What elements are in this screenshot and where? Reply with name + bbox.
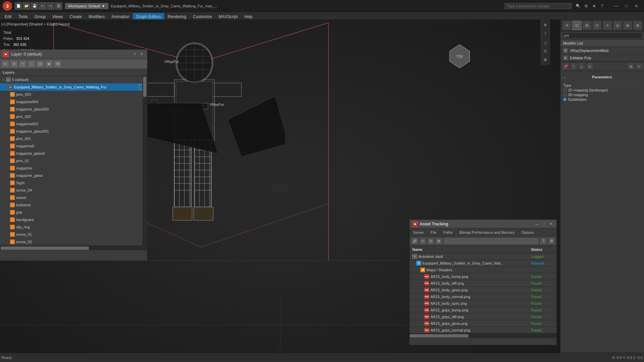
layer-item-screw01[interactable]: ⊡ screw_01 <box>0 231 147 238</box>
layer-item-magazine-glass[interactable]: ⊡ magazine_glass <box>0 172 147 179</box>
search-input[interactable] <box>505 3 572 9</box>
layer-item-magazine-glass001[interactable]: ⊡ magazine_glass001 <box>0 128 147 135</box>
layer-item-screw04[interactable]: ⊡ screw_04 <box>0 187 147 194</box>
layers-tool-highlight[interactable]: ◈ <box>45 60 53 68</box>
layer-item-grip[interactable]: ⊡ grip <box>0 209 147 216</box>
mod-toolbar-more[interactable]: ≡ <box>635 63 643 70</box>
asset-tool-4[interactable]: ⊞ <box>435 237 443 245</box>
navigation-cube[interactable]: TOP <box>446 43 473 70</box>
radio-3d[interactable] <box>563 93 567 96</box>
layer-item-slip-ring[interactable]: ⊡ slip_ring <box>0 223 147 231</box>
modifier-search-input[interactable] <box>563 33 642 38</box>
layers-tool-add[interactable]: + <box>19 60 27 68</box>
mod-icon-5[interactable]: ≡ <box>603 21 612 30</box>
asset-row-vault[interactable]: V Autodesk Vault Logged <box>410 253 557 260</box>
asset-tool-settings[interactable]: ⚙ <box>548 237 555 245</box>
vp-tool-4[interactable]: ⊡ <box>541 47 549 55</box>
modifier-list-header[interactable]: Modifier List <box>561 40 644 47</box>
mod-icon-3[interactable]: ⊞ <box>582 21 592 30</box>
layer-item-magazine-glass002[interactable]: ⊡ magazine_glass002 <box>0 105 147 113</box>
layers-close-button[interactable]: ✕ <box>138 51 144 57</box>
params-collapse-icon[interactable]: − <box>563 75 566 80</box>
asset-tool-1[interactable]: 🔗 <box>411 237 418 245</box>
modifier-item-editable-poly[interactable]: E Editable Poly <box>561 54 644 62</box>
mod-toolbar-move[interactable]: △ <box>578 63 585 70</box>
layer-item-pins003[interactable]: ⊡ pins_003 <box>0 91 147 98</box>
workspace-button[interactable]: Workspace: Default ▼ <box>65 3 108 9</box>
layers-tool-options[interactable]: ⚙ <box>54 60 62 68</box>
asset-close-button[interactable]: ✕ <box>548 221 554 227</box>
settings-icon[interactable]: ⚙ <box>582 2 590 10</box>
asset-row-grips-bump[interactable]: PNG AR15_grips_bump.png Found <box>410 307 557 313</box>
undo-icon[interactable]: ↩ <box>39 2 46 10</box>
layers-scroll-thumb[interactable] <box>143 77 147 97</box>
mod-icon-2[interactable]: ⊡ <box>572 21 582 30</box>
asset-row-body-diff[interactable]: PNG AR15_body_diff.png Found <box>410 280 557 287</box>
vp-tool-1[interactable]: ⊕ <box>541 21 549 29</box>
layer-item-pins01[interactable]: ⊡ pins_01 <box>0 157 147 164</box>
mod-icon-4[interactable]: ⊙ <box>592 21 602 30</box>
close-button[interactable]: ✕ <box>631 1 641 11</box>
mod-toolbar-pin[interactable]: 📌 <box>562 63 569 70</box>
star-icon[interactable]: ★ <box>590 2 598 10</box>
vp-tool-5[interactable]: ⊞ <box>541 56 549 64</box>
mod-icon-8[interactable]: ⊗ <box>633 21 642 30</box>
asset-menu-paths[interactable]: Paths <box>440 230 456 235</box>
layer-item-sight[interactable]: ⊡ Sight <box>0 179 147 187</box>
asset-scrollbar[interactable] <box>410 334 557 338</box>
save-file-icon[interactable]: 💾 <box>31 2 38 10</box>
radio-subdivision[interactable] <box>563 98 567 101</box>
asset-menu-bitmap[interactable]: Bitmap Performance and Memory <box>456 230 518 235</box>
asset-row-body-spec[interactable]: PNG AR15_body_spec.png Found <box>410 300 557 307</box>
vp-tool-2[interactable]: I <box>541 29 549 38</box>
mod-toolbar-highlight[interactable]: I <box>570 63 577 70</box>
mod-icon-7[interactable]: ⊕ <box>623 21 632 30</box>
asset-menu-options[interactable]: Options <box>518 230 537 235</box>
layer-item-swivel[interactable]: ⊡ swivel <box>0 194 147 201</box>
layer-item-pins002[interactable]: ⊡ pins_002 <box>0 113 147 120</box>
layer-item-handguard[interactable]: ⊡ handguard <box>0 216 147 223</box>
layer-item-magazine-glass0[interactable]: ⊡ magazine_glass0 <box>0 150 147 157</box>
asset-row-body-normal[interactable]: PNG AR15_body_normal.png Found <box>410 293 557 300</box>
mod-icon-6[interactable]: ◎ <box>613 21 622 30</box>
maximize-button[interactable]: □ <box>621 1 631 11</box>
layer-item-magazine002[interactable]: ⊡ magazine002 <box>0 120 147 128</box>
asset-scrollbar-thumb[interactable] <box>410 334 468 338</box>
asset-row-grips-diff[interactable]: PNG AR15_grips_diff.png Found <box>410 313 557 320</box>
layer-item-magazine[interactable]: ⊡ magazine <box>0 164 147 172</box>
layer-item-selected[interactable]: G Equipped_Military_Soldier_in_Grey_Camo… <box>0 83 147 91</box>
modifier-item-vraydisplacement[interactable]: V VRayDisplacementMod <box>561 47 644 54</box>
new-file-icon[interactable]: 📄 <box>15 2 22 10</box>
layer-item-magazine0[interactable]: ⊡ magazine0 <box>0 142 147 150</box>
asset-menu-file[interactable]: File <box>427 230 440 235</box>
layers-tool-delete[interactable]: ✕ <box>10 60 18 68</box>
layers-tool-layers[interactable]: ≡ <box>1 60 9 68</box>
asset-tool-3[interactable]: ⊡ <box>427 237 434 245</box>
asset-row-grips-gloss[interactable]: PNG AR15_grips_gloss.png Found <box>410 320 557 327</box>
vp-tool-3[interactable]: △ <box>541 38 549 46</box>
asset-tool-help[interactable]: ? <box>540 237 547 245</box>
asset-row-grips-normal[interactable]: PNG AR15_grips_normal.png Found <box>410 327 557 334</box>
layer-item-screw02[interactable]: ⊡ screw_02 <box>0 238 147 245</box>
asset-row-maps[interactable]: 📁 Maps / Shaders <box>410 267 557 273</box>
asset-menu-server[interactable]: Server <box>410 230 427 235</box>
layer-item-buttstock[interactable]: ⊡ buttstock <box>0 201 147 209</box>
mod-toolbar-extra[interactable]: ⊞ <box>627 63 635 70</box>
layer-item-pins001[interactable]: ⊡ pins_001 <box>0 135 147 142</box>
help-icon[interactable]: ? <box>598 2 606 10</box>
redo-icon[interactable]: ↪ <box>47 2 54 10</box>
open-file-icon[interactable]: 📂 <box>23 2 30 10</box>
minimize-button[interactable]: — <box>611 1 621 11</box>
asset-row-body-gloss[interactable]: PNG AR15_body_gloss.png Found <box>410 287 557 293</box>
layer-item-default[interactable]: ≡ L 0 (default) ✓ <box>0 76 147 83</box>
asset-maximize-button[interactable]: □ <box>541 221 547 227</box>
asset-tool-2[interactable]: ≡ <box>419 237 426 245</box>
layers-tool-select[interactable]: ⊡ <box>36 60 44 68</box>
mod-toolbar-rotate[interactable]: ⊡ <box>586 63 593 70</box>
layers-tool-move[interactable]: ↕ <box>27 60 36 68</box>
layers-scrollbar[interactable] <box>142 76 147 245</box>
layers-horizontal-scrollbar[interactable] <box>0 245 147 250</box>
asset-row-body-bump[interactable]: PNG AR15_body_bump.png Found <box>410 273 557 280</box>
asset-minimize-button[interactable]: — <box>534 221 540 227</box>
layer-item-magazine004[interactable]: ⊡ magazine004 <box>0 98 147 105</box>
